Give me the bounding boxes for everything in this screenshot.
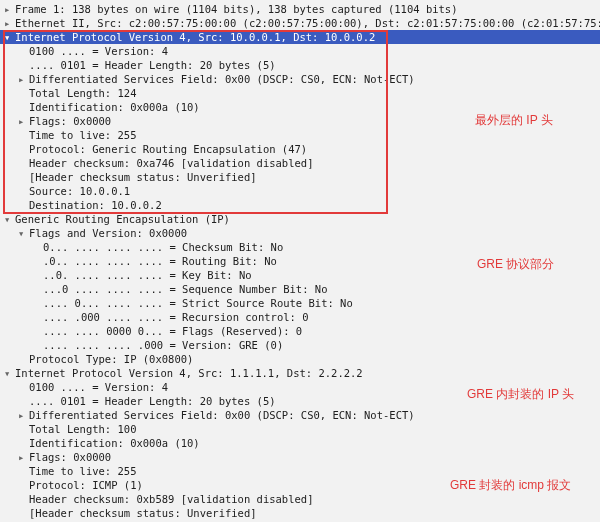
chevron-right-icon bbox=[18, 72, 27, 81]
gre-cksum-bit[interactable]: 0... .... .... .... = Checksum Bit: No bbox=[0, 240, 600, 254]
ip-outer-hlen[interactable]: .... 0101 = Header Length: 20 bytes (5) bbox=[0, 58, 600, 72]
gre-flagsver[interactable]: Flags and Version: 0x0000 bbox=[0, 226, 600, 240]
ip-inner-version[interactable]: 0100 .... = Version: 4 bbox=[0, 380, 600, 394]
gre-routing-bit[interactable]: .0.. .... .... .... = Routing Bit: No bbox=[0, 254, 600, 268]
ip-inner-hlen[interactable]: .... 0101 = Header Length: 20 bytes (5) bbox=[0, 394, 600, 408]
chevron-right-icon bbox=[4, 16, 13, 25]
ethernet-summary[interactable]: Ethernet II, Src: c2:00:57:75:00:00 (c2:… bbox=[0, 16, 600, 30]
ip-inner-totlen[interactable]: Total Length: 100 bbox=[0, 422, 600, 436]
chevron-right-icon bbox=[18, 408, 27, 417]
chevron-down-icon bbox=[4, 366, 13, 375]
frame-summary[interactable]: Frame 1: 138 bytes on wire (1104 bits), … bbox=[0, 2, 600, 16]
ip-inner-ttl[interactable]: Time to live: 255 bbox=[0, 464, 600, 478]
chevron-right-icon bbox=[18, 450, 27, 459]
gre-flags-res[interactable]: .... .... 0000 0... = Flags (Reserved): … bbox=[0, 324, 600, 338]
gre-ptype[interactable]: Protocol Type: IP (0x0800) bbox=[0, 352, 600, 366]
ip-outer-cksum[interactable]: Header checksum: 0xa746 [validation disa… bbox=[0, 156, 600, 170]
frame-text: Frame 1: 138 bytes on wire (1104 bits), … bbox=[15, 3, 458, 15]
ip-outer-proto[interactable]: Protocol: Generic Routing Encapsulation … bbox=[0, 142, 600, 156]
ip-inner-flags[interactable]: Flags: 0x0000 bbox=[0, 450, 600, 464]
gre-recur[interactable]: .... .000 .... .... = Recursion control:… bbox=[0, 310, 600, 324]
ip-outer-version[interactable]: 0100 .... = Version: 4 bbox=[0, 44, 600, 58]
ip-outer-text: Internet Protocol Version 4, Src: 10.0.0… bbox=[15, 31, 375, 43]
ip-outer-dst[interactable]: Destination: 10.0.0.2 bbox=[0, 198, 600, 212]
ip-outer-dsfield[interactable]: Differentiated Services Field: 0x00 (DSC… bbox=[0, 72, 600, 86]
packet-tree: Frame 1: 138 bytes on wire (1104 bits), … bbox=[0, 0, 600, 522]
chevron-right-icon bbox=[18, 114, 27, 123]
ip-inner-proto[interactable]: Protocol: ICMP (1) bbox=[0, 478, 600, 492]
gre-seq-bit[interactable]: ...0 .... .... .... = Sequence Number Bi… bbox=[0, 282, 600, 296]
ip-outer-src[interactable]: Source: 10.0.0.1 bbox=[0, 184, 600, 198]
chevron-right-icon bbox=[4, 2, 13, 11]
chevron-down-icon bbox=[18, 226, 27, 235]
ip-inner-cksum[interactable]: Header checksum: 0xb589 [validation disa… bbox=[0, 492, 600, 506]
gre-key-bit[interactable]: ..0. .... .... .... = Key Bit: No bbox=[0, 268, 600, 282]
ip-inner-dsfield[interactable]: Differentiated Services Field: 0x00 (DSC… bbox=[0, 408, 600, 422]
chevron-down-icon bbox=[4, 30, 13, 39]
ip-outer-ident[interactable]: Identification: 0x000a (10) bbox=[0, 100, 600, 114]
ip-inner-summary[interactable]: Internet Protocol Version 4, Src: 1.1.1.… bbox=[0, 366, 600, 380]
gre-summary[interactable]: Generic Routing Encapsulation (IP) bbox=[0, 212, 600, 226]
eth-text: Ethernet II, Src: c2:00:57:75:00:00 (c2:… bbox=[15, 17, 600, 29]
ip-outer-totlen[interactable]: Total Length: 124 bbox=[0, 86, 600, 100]
ip-inner-cksum-stat[interactable]: [Header checksum status: Unverified] bbox=[0, 506, 600, 520]
ip-outer-flags[interactable]: Flags: 0x0000 bbox=[0, 114, 600, 128]
ip-inner-ident[interactable]: Identification: 0x000a (10) bbox=[0, 436, 600, 450]
chevron-down-icon bbox=[4, 212, 13, 221]
ip-outer-ttl[interactable]: Time to live: 255 bbox=[0, 128, 600, 142]
gre-ver[interactable]: .... .... .... .000 = Version: GRE (0) bbox=[0, 338, 600, 352]
gre-ssr-bit[interactable]: .... 0... .... .... = Strict Source Rout… bbox=[0, 296, 600, 310]
ip-outer-summary[interactable]: Internet Protocol Version 4, Src: 10.0.0… bbox=[0, 30, 600, 44]
ip-outer-cksum-stat[interactable]: [Header checksum status: Unverified] bbox=[0, 170, 600, 184]
